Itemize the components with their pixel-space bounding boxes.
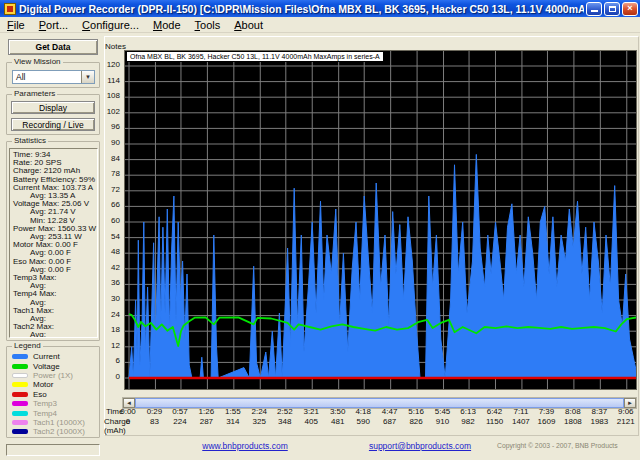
close-button[interactable]: ×	[622, 2, 638, 16]
time-tick-label: 7:11	[513, 407, 528, 416]
legend-item-current[interactable]: Current	[7, 352, 99, 361]
y-tick-label: 54	[98, 233, 120, 241]
time-tick-label: 6:13	[460, 407, 476, 416]
view-mission-group: View Mission All ▼	[6, 62, 100, 88]
legend-item-label: Eso	[33, 390, 47, 399]
charge-tick-label: 687	[383, 417, 396, 426]
time-tick-label: 6:42	[487, 407, 503, 416]
time-tick-label: 0:29	[147, 407, 163, 416]
legend-item-power[interactable]: Power (1X)	[7, 371, 99, 380]
charge-tick-label: 348	[278, 417, 291, 426]
legend-item-motor[interactable]: Motor	[7, 380, 99, 389]
view-mission-label: View Mission	[12, 57, 63, 67]
charge-tick-label: 1150	[486, 417, 503, 426]
menu-item-tools[interactable]: Tools	[188, 18, 228, 32]
legend-item-eso[interactable]: Eso	[7, 390, 99, 399]
stat-line: Temp3 Max:	[13, 274, 97, 282]
support-email-link[interactable]: support@bnbproducts.com	[369, 441, 471, 451]
legend-swatch-icon	[12, 354, 28, 359]
website-link[interactable]: www.bnbproducts.com	[202, 441, 288, 451]
legend-item-label: Current	[33, 352, 60, 361]
charge-tick-label: 982	[461, 417, 474, 426]
chevron-down-icon[interactable]: ▼	[81, 71, 94, 83]
y-tick-label: 78	[98, 170, 120, 178]
y-tick-label: 24	[98, 311, 120, 319]
legend-items: CurrentVoltagePower (1X)MotorEsoTemp3Tem…	[7, 352, 99, 437]
charge-tick-label: 405	[305, 417, 318, 426]
y-tick-label: 84	[98, 155, 120, 163]
charge-tick-label: 590	[357, 417, 370, 426]
y-tick-label: 66	[98, 201, 120, 209]
y-tick-label: 90	[98, 139, 120, 147]
restore-button[interactable]	[604, 2, 620, 16]
legend-swatch-icon	[12, 429, 28, 434]
y-tick-label: 36	[98, 279, 120, 287]
legend-item-temp3[interactable]: Temp3	[7, 399, 99, 408]
y-tick-label: 6	[98, 357, 120, 365]
minimize-button[interactable]	[586, 2, 602, 16]
mission-select[interactable]: All ▼	[12, 70, 95, 84]
legend-swatch-icon	[12, 401, 28, 406]
time-tick-label: 1:55	[225, 407, 241, 416]
time-tick-label: 2:52	[277, 407, 293, 416]
time-tick-label: 3:21	[303, 407, 319, 416]
notes-label: Notes	[105, 42, 126, 51]
charge-tick-label: 83	[150, 417, 159, 426]
mission-select-value: All	[13, 71, 81, 83]
statistics-panel: Time: 9:34Rate: 20 SPSCharge: 2120 mAhBa…	[9, 148, 98, 338]
legend-item-voltage[interactable]: Voltage	[7, 361, 99, 370]
menu-item-file[interactable]: File	[0, 18, 32, 32]
time-tick-label: 1:26	[199, 407, 215, 416]
legend-item-label: Tach1 (1000X)	[33, 418, 85, 427]
recording-live-button[interactable]: Recording / Live	[11, 118, 95, 131]
time-tick-label: 4:18	[355, 407, 371, 416]
stat-line: Temp4 Max:	[13, 290, 97, 298]
display-button[interactable]: Display	[11, 101, 95, 114]
time-tick-label: 8:37	[592, 407, 608, 416]
title-bar[interactable]: Digital Power Recorder (DPR-II-150) [C:\…	[0, 0, 640, 17]
menu-bar: FilePort...Configure...ModeToolsAbout	[0, 17, 640, 33]
legend-item-temp4[interactable]: Temp4	[7, 408, 99, 417]
legend-item-label: Motor	[33, 380, 53, 389]
y-tick-label: 72	[98, 186, 120, 194]
parameters-label: Parameters	[12, 89, 57, 99]
get-data-button[interactable]: Get Data	[8, 39, 98, 55]
y-tick-label: 114	[98, 77, 120, 85]
time-tick-label: 4:47	[382, 407, 398, 416]
legend-swatch-icon	[12, 364, 28, 369]
charge-tick-label: 224	[173, 417, 186, 426]
y-tick-label: 30	[98, 295, 120, 303]
app-icon	[4, 3, 16, 15]
charge-tick-label: 0	[126, 417, 130, 426]
copyright-text: Copyright © 2003 - 2007, BNB Products	[497, 442, 618, 449]
charge-unit-caption: (mAh)	[104, 426, 126, 435]
menu-item-configure[interactable]: Configure...	[75, 18, 146, 32]
menu-item-mode[interactable]: Mode	[146, 18, 188, 32]
charge-tick-label: 1983	[590, 417, 608, 426]
legend-swatch-icon	[12, 392, 28, 397]
charge-tick-label: 1407	[512, 417, 530, 426]
time-tick-label: 7:39	[539, 407, 555, 416]
restore-icon	[609, 6, 616, 12]
legend-swatch-icon	[12, 373, 28, 378]
legend-label: Legend	[12, 341, 43, 351]
chart-svg	[125, 51, 636, 389]
time-tick-label: 2:24	[251, 407, 267, 416]
legend-item-tach2[interactable]: Tach2 (1000X)	[7, 427, 99, 436]
y-tick-label: 42	[98, 264, 120, 272]
legend-item-label: Tach2 (1000X)	[33, 427, 85, 436]
legend-swatch-icon	[12, 411, 28, 416]
plot-area	[124, 50, 637, 390]
parameters-group: Parameters Display Recording / Live	[6, 94, 100, 135]
legend-item-label: Temp3	[33, 399, 57, 408]
stat-line: Tach2 Max:	[13, 323, 97, 331]
charge-tick-label: 481	[331, 417, 344, 426]
legend-item-tach1[interactable]: Tach1 (1000X)	[7, 418, 99, 427]
legend-item-label: Power (1X)	[33, 371, 73, 380]
status-box	[6, 444, 100, 456]
menu-item-about[interactable]: About	[227, 18, 270, 32]
y-tick-label: 0	[98, 373, 120, 381]
y-tick-label: 102	[98, 108, 120, 116]
minimize-icon	[591, 9, 598, 12]
menu-item-port[interactable]: Port...	[32, 18, 75, 32]
